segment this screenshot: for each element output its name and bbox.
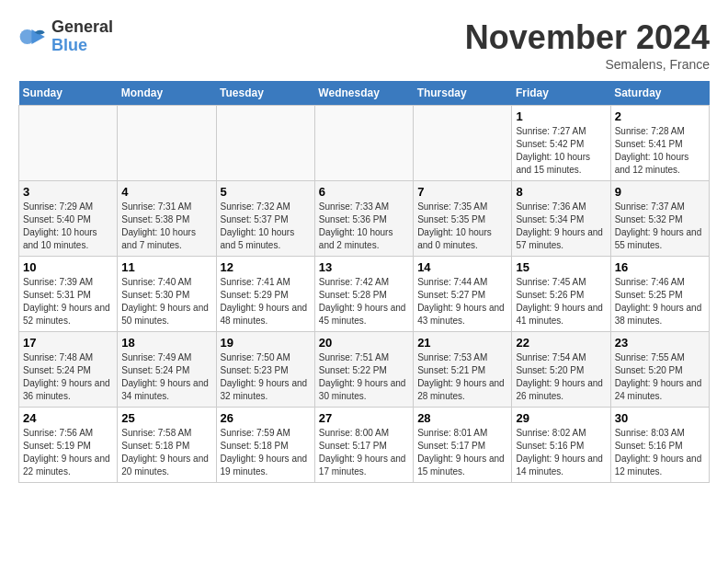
calendar-cell	[314, 106, 413, 181]
weekday-header-wednesday: Wednesday	[314, 81, 413, 106]
weekday-header-row: SundayMondayTuesdayWednesdayThursdayFrid…	[19, 81, 710, 106]
calendar-cell: 18Sunrise: 7:49 AM Sunset: 5:24 PM Dayli…	[118, 332, 216, 408]
day-info: Sunrise: 8:02 AM Sunset: 5:16 PM Dayligh…	[516, 427, 606, 478]
day-number: 27	[319, 411, 409, 425]
calendar-cell: 21Sunrise: 7:53 AM Sunset: 5:21 PM Dayli…	[414, 332, 512, 408]
day-number: 26	[221, 411, 311, 425]
day-number: 28	[417, 411, 507, 425]
title-block: November 2024 Semalens, France	[465, 18, 710, 72]
calendar-cell: 30Sunrise: 8:03 AM Sunset: 5:16 PM Dayli…	[610, 408, 709, 483]
calendar-cell: 13Sunrise: 7:42 AM Sunset: 5:28 PM Dayli…	[314, 257, 413, 332]
day-info: Sunrise: 7:40 AM Sunset: 5:30 PM Dayligh…	[121, 276, 211, 327]
weekday-header-thursday: Thursday	[414, 81, 512, 106]
day-info: Sunrise: 7:36 AM Sunset: 5:34 PM Dayligh…	[516, 201, 606, 252]
calendar-cell: 16Sunrise: 7:46 AM Sunset: 5:25 PM Dayli…	[610, 257, 709, 332]
week-row-1: 1Sunrise: 7:27 AM Sunset: 5:42 PM Daylig…	[19, 106, 710, 181]
day-info: Sunrise: 7:29 AM Sunset: 5:40 PM Dayligh…	[23, 201, 113, 252]
calendar-cell	[19, 106, 118, 181]
calendar-cell	[118, 106, 216, 181]
calendar-cell: 20Sunrise: 7:51 AM Sunset: 5:22 PM Dayli…	[314, 332, 413, 408]
day-info: Sunrise: 7:58 AM Sunset: 5:18 PM Dayligh…	[121, 427, 211, 478]
day-number: 15	[516, 260, 606, 274]
calendar-cell: 7Sunrise: 7:35 AM Sunset: 5:35 PM Daylig…	[414, 181, 512, 257]
calendar-cell: 12Sunrise: 7:41 AM Sunset: 5:29 PM Dayli…	[216, 257, 314, 332]
day-info: Sunrise: 8:01 AM Sunset: 5:17 PM Dayligh…	[417, 427, 507, 478]
day-info: Sunrise: 7:42 AM Sunset: 5:28 PM Dayligh…	[319, 276, 409, 327]
day-number: 9	[615, 185, 705, 199]
day-info: Sunrise: 7:54 AM Sunset: 5:20 PM Dayligh…	[516, 351, 606, 403]
week-row-4: 17Sunrise: 7:48 AM Sunset: 5:24 PM Dayli…	[19, 332, 710, 408]
calendar-cell: 3Sunrise: 7:29 AM Sunset: 5:40 PM Daylig…	[19, 181, 118, 257]
calendar-cell: 9Sunrise: 7:37 AM Sunset: 5:32 PM Daylig…	[610, 181, 709, 257]
week-row-2: 3Sunrise: 7:29 AM Sunset: 5:40 PM Daylig…	[19, 181, 710, 257]
day-info: Sunrise: 7:41 AM Sunset: 5:29 PM Dayligh…	[221, 276, 311, 327]
day-number: 1	[516, 109, 606, 123]
day-info: Sunrise: 7:28 AM Sunset: 5:41 PM Dayligh…	[615, 125, 705, 177]
day-info: Sunrise: 7:48 AM Sunset: 5:24 PM Dayligh…	[23, 351, 113, 403]
day-number: 16	[615, 260, 705, 274]
weekday-header-tuesday: Tuesday	[216, 81, 314, 106]
day-info: Sunrise: 7:32 AM Sunset: 5:37 PM Dayligh…	[221, 201, 311, 252]
day-info: Sunrise: 7:37 AM Sunset: 5:32 PM Dayligh…	[615, 201, 705, 252]
calendar-cell	[216, 106, 314, 181]
day-info: Sunrise: 7:59 AM Sunset: 5:18 PM Dayligh…	[221, 427, 311, 478]
location: Semalens, France	[465, 57, 710, 72]
day-number: 22	[516, 336, 606, 350]
page-header: General Blue November 2024 Semalens, Fra…	[18, 18, 710, 72]
logo-line1: General	[51, 18, 113, 37]
calendar-cell: 4Sunrise: 7:31 AM Sunset: 5:38 PM Daylig…	[118, 181, 216, 257]
day-number: 5	[221, 185, 311, 199]
calendar-cell: 28Sunrise: 8:01 AM Sunset: 5:17 PM Dayli…	[414, 408, 512, 483]
calendar-cell: 10Sunrise: 7:39 AM Sunset: 5:31 PM Dayli…	[19, 257, 118, 332]
calendar-cell: 17Sunrise: 7:48 AM Sunset: 5:24 PM Dayli…	[19, 332, 118, 408]
day-number: 6	[319, 185, 409, 199]
day-number: 23	[615, 336, 705, 350]
day-number: 20	[319, 336, 409, 350]
calendar-cell: 23Sunrise: 7:55 AM Sunset: 5:20 PM Dayli…	[610, 332, 709, 408]
day-number: 2	[615, 109, 705, 123]
day-number: 4	[121, 185, 211, 199]
day-info: Sunrise: 7:45 AM Sunset: 5:26 PM Dayligh…	[516, 276, 606, 327]
calendar-cell: 5Sunrise: 7:32 AM Sunset: 5:37 PM Daylig…	[216, 181, 314, 257]
day-info: Sunrise: 7:55 AM Sunset: 5:20 PM Dayligh…	[615, 351, 705, 403]
calendar-cell: 14Sunrise: 7:44 AM Sunset: 5:27 PM Dayli…	[414, 257, 512, 332]
logo-icon	[18, 22, 48, 52]
day-number: 19	[221, 336, 311, 350]
calendar-cell: 26Sunrise: 7:59 AM Sunset: 5:18 PM Dayli…	[216, 408, 314, 483]
day-info: Sunrise: 7:31 AM Sunset: 5:38 PM Dayligh…	[121, 201, 211, 252]
calendar-table: SundayMondayTuesdayWednesdayThursdayFrid…	[18, 81, 710, 483]
logo-line2: Blue	[51, 37, 113, 55]
day-number: 13	[319, 260, 409, 274]
day-number: 10	[23, 260, 113, 274]
day-number: 11	[121, 260, 211, 274]
day-number: 30	[615, 411, 705, 425]
calendar-cell: 29Sunrise: 8:02 AM Sunset: 5:16 PM Dayli…	[512, 408, 610, 483]
calendar-cell: 24Sunrise: 7:56 AM Sunset: 5:19 PM Dayli…	[19, 408, 118, 483]
weekday-header-friday: Friday	[512, 81, 610, 106]
weekday-header-monday: Monday	[118, 81, 216, 106]
day-number: 7	[417, 185, 507, 199]
logo: General Blue	[18, 18, 113, 55]
calendar-cell: 1Sunrise: 7:27 AM Sunset: 5:42 PM Daylig…	[512, 106, 610, 181]
day-info: Sunrise: 7:51 AM Sunset: 5:22 PM Dayligh…	[319, 351, 409, 403]
day-info: Sunrise: 7:56 AM Sunset: 5:19 PM Dayligh…	[23, 427, 113, 478]
day-info: Sunrise: 7:35 AM Sunset: 5:35 PM Dayligh…	[417, 201, 507, 252]
day-info: Sunrise: 7:53 AM Sunset: 5:21 PM Dayligh…	[417, 351, 507, 403]
weekday-header-saturday: Saturday	[610, 81, 709, 106]
day-number: 29	[516, 411, 606, 425]
calendar-cell: 11Sunrise: 7:40 AM Sunset: 5:30 PM Dayli…	[118, 257, 216, 332]
month-title: November 2024	[465, 18, 710, 57]
day-number: 14	[417, 260, 507, 274]
calendar-cell: 27Sunrise: 8:00 AM Sunset: 5:17 PM Dayli…	[314, 408, 413, 483]
calendar-cell: 2Sunrise: 7:28 AM Sunset: 5:41 PM Daylig…	[610, 106, 709, 181]
day-info: Sunrise: 7:33 AM Sunset: 5:36 PM Dayligh…	[319, 201, 409, 252]
day-info: Sunrise: 7:46 AM Sunset: 5:25 PM Dayligh…	[615, 276, 705, 327]
day-number: 25	[121, 411, 211, 425]
day-number: 18	[121, 336, 211, 350]
day-info: Sunrise: 7:50 AM Sunset: 5:23 PM Dayligh…	[221, 351, 311, 403]
calendar-cell: 19Sunrise: 7:50 AM Sunset: 5:23 PM Dayli…	[216, 332, 314, 408]
calendar-cell	[414, 106, 512, 181]
day-number: 3	[23, 185, 113, 199]
calendar-cell: 6Sunrise: 7:33 AM Sunset: 5:36 PM Daylig…	[314, 181, 413, 257]
day-info: Sunrise: 7:49 AM Sunset: 5:24 PM Dayligh…	[121, 351, 211, 403]
